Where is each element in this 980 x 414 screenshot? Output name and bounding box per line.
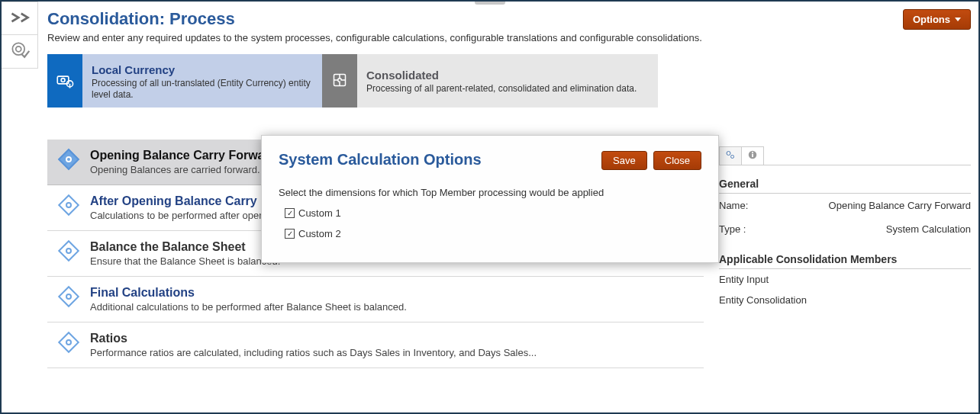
close-button[interactable]: Close	[653, 151, 701, 170]
puzzle-icon	[330, 71, 349, 91]
chevron-down-icon	[955, 18, 961, 21]
svg-point-1	[15, 47, 21, 52]
tile-icon	[47, 54, 82, 108]
svg-point-0	[12, 43, 24, 55]
type-label: Type :	[719, 223, 746, 235]
tile-consolidated[interactable]: Consolidated Processing of all parent-re…	[322, 54, 658, 108]
calc-item-subtitle: Additional calculations to be performed …	[90, 301, 698, 313]
checkbox-custom2[interactable]: ✓ Custom 2	[285, 228, 701, 239]
calc-item-final-calculations[interactable]: Final Calculations Additional calculatio…	[47, 277, 704, 323]
tile-local-currency[interactable]: Local Currency Processing of all un-tran…	[47, 54, 322, 108]
tile-subtitle: Processing of all un-translated (Entity …	[92, 78, 322, 101]
svg-point-3	[61, 78, 65, 82]
tab-settings[interactable]	[719, 146, 742, 165]
checkbox-label: Custom 2	[298, 228, 341, 239]
currency-location-icon	[55, 70, 75, 92]
general-name-row: Name: Opening Balance Carry Forward	[719, 194, 971, 217]
calc-item-title: Final Calculations	[90, 286, 698, 300]
page-header: Consolidation: Process Review and enter …	[47, 9, 971, 54]
member-row: Entity Consolidation	[719, 290, 971, 310]
drag-handle[interactable]	[475, 2, 505, 5]
mode-tiles: Local Currency Processing of all un-tran…	[47, 54, 971, 108]
calc-item-subtitle: Performance ratios are calculated, inclu…	[90, 347, 698, 358]
calc-item-title: Ratios	[90, 332, 698, 345]
type-value: System Calculation	[886, 223, 971, 235]
svg-rect-9	[752, 154, 753, 157]
checkbox-icon: ✓	[285, 229, 295, 239]
options-button-label: Options	[913, 14, 950, 25]
general-type-row: Type : System Calculation	[719, 217, 971, 241]
details-panel: General Name: Opening Balance Carry Forw…	[719, 146, 971, 310]
globe-check-icon	[9, 40, 31, 63]
calc-item-ratios[interactable]: Ratios Performance ratios are calculated…	[47, 323, 704, 368]
name-label: Name:	[719, 200, 748, 211]
tile-icon	[322, 54, 357, 108]
details-tab-strip	[719, 146, 971, 165]
diamond-gear-icon	[58, 332, 79, 353]
page-subtitle: Review and enter any required updates to…	[47, 32, 702, 43]
save-button[interactable]: Save	[601, 151, 647, 170]
system-calculation-options-dialog: System Calculation Options Save Close Se…	[261, 135, 719, 263]
left-rail	[2, 2, 41, 69]
members-heading: Applicable Consolidation Members	[719, 253, 971, 269]
diamond-gear-icon	[58, 149, 79, 170]
svg-point-7	[731, 156, 734, 159]
checkbox-custom1[interactable]: ✓ Custom 1	[285, 207, 701, 219]
tile-title: Local Currency	[92, 63, 322, 76]
arrows-merge-icon	[9, 7, 31, 30]
diamond-gear-icon	[58, 194, 79, 216]
rail-button-collapse[interactable]	[2, 2, 38, 35]
checkbox-icon: ✓	[285, 208, 295, 218]
svg-point-6	[727, 152, 730, 156]
tab-info[interactable]	[741, 146, 764, 165]
tile-subtitle: Processing of all parent-related, consol…	[366, 83, 658, 95]
member-row: Entity Input	[719, 269, 971, 290]
general-heading: General	[719, 178, 971, 194]
page-title: Consolidation: Process	[47, 9, 702, 29]
diamond-gear-icon	[58, 240, 79, 262]
diamond-gear-icon	[58, 286, 79, 307]
tile-title: Consolidated	[366, 69, 658, 82]
rail-button-status[interactable]	[2, 35, 38, 69]
gears-icon	[724, 149, 737, 163]
checkbox-label: Custom 1	[298, 207, 341, 219]
svg-rect-10	[752, 152, 753, 153]
dialog-instruction: Select the dimensions for which Top Memb…	[279, 187, 701, 198]
name-value: Opening Balance Carry Forward	[829, 200, 971, 211]
options-button[interactable]: Options	[903, 9, 971, 30]
info-icon	[747, 149, 758, 162]
dialog-title: System Calculation Options	[279, 151, 482, 168]
